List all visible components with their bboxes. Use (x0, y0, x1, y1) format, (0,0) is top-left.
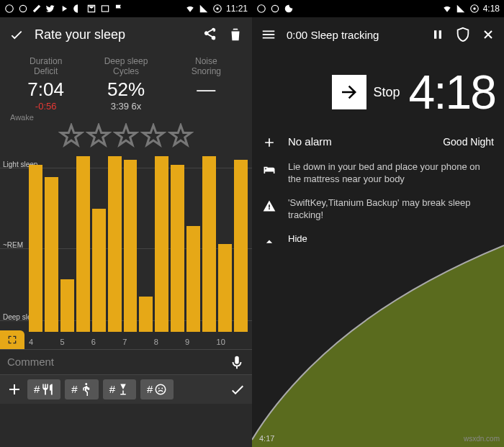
hint-row: Lie down in your bed and place your phon… (252, 155, 504, 191)
chart-bar (60, 279, 74, 332)
awake-label: Awake (10, 113, 252, 122)
close-icon[interactable] (481, 27, 495, 42)
wifi-icon (442, 4, 452, 14)
comment-row[interactable]: Comment (0, 349, 252, 375)
star-1[interactable] (58, 123, 84, 149)
svg-point-7 (162, 387, 163, 389)
menu-icon[interactable] (261, 27, 276, 42)
stat-deep: Deep sleep Cycles 52% 3:39 6x (86, 56, 166, 112)
play-icon (59, 4, 69, 14)
clock-row: Stop 4:18 (252, 52, 504, 128)
status-time-r: 4:18 (483, 4, 500, 14)
tags-row: # # # # (0, 375, 252, 404)
alarm-row[interactable]: No alarm Good Night (252, 128, 504, 155)
hint-text: Lie down in your bed and place your phon… (288, 161, 494, 186)
svg-point-5 (156, 384, 166, 394)
warning-text: 'SwiftKey,Titanium Backup' may break sle… (288, 197, 494, 222)
mail-icon (86, 4, 96, 14)
chart-bar (124, 160, 138, 332)
chart-bar (186, 226, 200, 331)
chart-bar (155, 156, 168, 332)
expand-chart-button[interactable] (0, 330, 24, 349)
chart-bar (108, 156, 122, 332)
star-5[interactable] (168, 123, 194, 149)
clock-display: 4:18 (409, 65, 495, 119)
warning-row: 'SwiftKey,Titanium Backup' may break sle… (252, 191, 504, 227)
tag-mood[interactable]: # (140, 379, 174, 399)
tag-drink[interactable]: # (103, 379, 136, 399)
app-bar-r: 0:00 Sleep tracking (252, 17, 504, 52)
greeting-text: Good Night (443, 136, 494, 148)
app-bar: Rate your sleep (0, 17, 252, 52)
chart-bar (92, 209, 106, 332)
flag-icon (114, 4, 124, 14)
stop-label: Stop (374, 85, 400, 100)
svg-point-6 (158, 387, 160, 389)
chart-bar (234, 160, 248, 332)
svg-point-4 (216, 7, 219, 10)
shield-icon[interactable] (455, 27, 471, 42)
chart-bar (139, 297, 153, 332)
share-icon[interactable] (202, 27, 217, 42)
stat-noise: Noise Snoring — (166, 56, 246, 112)
mic-icon[interactable] (229, 354, 245, 370)
signal-icon (199, 4, 209, 14)
delete-icon[interactable] (228, 27, 243, 42)
stat-deep-label1: Deep sleep (86, 56, 166, 66)
star-3[interactable] (113, 123, 139, 149)
window-icon (100, 4, 110, 14)
svg-point-0 (6, 5, 14, 13)
stat-noise-label2: Snoring (166, 66, 246, 76)
status-bar: 11:21 (0, 0, 252, 17)
stat-noise-label1: Noise (166, 56, 246, 66)
chart-bar (29, 165, 42, 332)
star-2[interactable] (86, 123, 112, 149)
x-label: 8 (154, 338, 185, 346)
chart-bar (218, 244, 232, 332)
stat-duration-label2: Deficit (6, 66, 86, 76)
svg-rect-2 (102, 6, 108, 12)
right-screen: 4:18 0:00 Sleep tracking Stop 4:18 No al… (252, 0, 504, 447)
rating-stars[interactable] (0, 122, 252, 153)
star-4[interactable] (140, 123, 166, 149)
pause-icon[interactable] (431, 27, 445, 42)
chevron-up-icon[interactable] (262, 235, 276, 249)
arrow-right-icon[interactable] (332, 75, 366, 109)
left-screen: 11:21 Rate your sleep Duration Deficit 7… (0, 0, 252, 447)
x-label: 4 (29, 338, 60, 346)
x-label: 10 (217, 338, 248, 346)
tag-food[interactable]: # (27, 379, 60, 399)
app-icon (4, 4, 14, 14)
tags-confirm-button[interactable] (229, 381, 246, 398)
stat-deep-value: 52% (86, 78, 166, 101)
hide-text: Hide (288, 233, 494, 245)
stat-duration: Duration Deficit 7:04 -0:56 (6, 56, 86, 112)
comment-input[interactable]: Comment (7, 356, 229, 368)
sleep-chart[interactable]: Light sleep ~REM Deep sleep 45678910 (0, 156, 252, 349)
page-title: Rate your sleep (35, 27, 192, 42)
chart-bar (171, 165, 184, 332)
hide-row[interactable]: Hide (252, 227, 504, 255)
chart-bar (202, 156, 216, 332)
x-label: 6 (91, 338, 122, 346)
stat-deep-sub: 3:39 6x (86, 101, 166, 112)
plus-icon[interactable] (262, 135, 276, 150)
confirm-icon[interactable] (9, 27, 24, 42)
tag-walk[interactable]: # (65, 379, 98, 399)
stat-duration-value: 7:04 (6, 78, 86, 101)
watermark: wsxdn.com (464, 435, 500, 443)
half-icon (73, 4, 83, 14)
stop-button[interactable]: Stop (332, 75, 400, 109)
chart-bar (45, 177, 58, 332)
chart-bar (76, 156, 90, 332)
header-title: 0:00 Sleep tracking (287, 29, 420, 41)
x-label: 9 (185, 338, 216, 346)
alarm-text: No alarm (288, 135, 431, 149)
wifi-icon (185, 4, 195, 14)
target-icon (469, 4, 480, 14)
x-label: 7 (122, 338, 153, 346)
svg-point-11 (473, 7, 476, 10)
add-tag-button[interactable] (6, 381, 23, 398)
status-bar-r: 4:18 (252, 0, 504, 17)
stat-duration-sub: -0:56 (6, 101, 86, 112)
